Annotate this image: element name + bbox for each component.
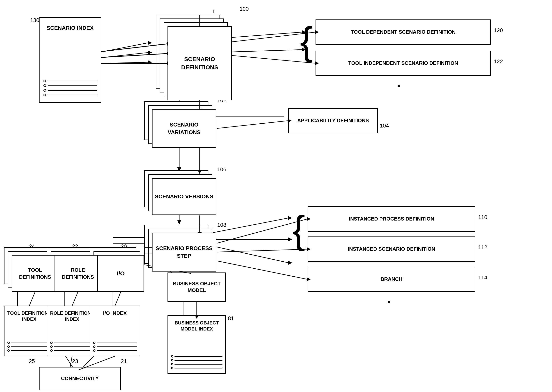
scenario-versions-label: SCENARIO VERSIONS [155,193,213,200]
instanced-scenario-label: INSTANCED SCENARIO DEFINITION [348,246,435,252]
num-21: 21 [121,358,127,364]
svg-line-49 [217,121,288,128]
svg-marker-3 [148,41,152,45]
scenario-definitions-label: SCENARIO DEFINITIONS [168,55,231,71]
svg-marker-4 [148,51,152,55]
branch-label: BRANCH [380,276,403,283]
business-object-model-box: BUSINESS OBJECT MODEL [167,273,226,302]
svg-line-24 [213,246,288,263]
svg-line-61 [217,261,307,279]
svg-marker-5 [148,60,152,64]
scenario-definitions-box: SCENARIO DEFINITIONS [167,26,232,100]
curly-brace-right-2: { [292,210,305,249]
scenario-index-label: SCENARIO INDEX [40,22,101,35]
scenario-versions-box: SCENARIO VERSIONS [152,178,216,215]
io-label: I/O [117,269,125,278]
num-104: 104 [380,123,389,129]
svg-line-2 [103,62,148,63]
connectivity-label: CONNECTIVITY [61,375,99,382]
connectivity-box: CONNECTIVITY [39,367,121,390]
num-23: 23 [72,358,78,364]
tool-independent-label: TOOL INDEPENDENT SCENARIO DEFINITION [348,60,458,67]
scenario-process-step-box: SCENARIO PROCESS STEP [152,233,216,272]
svg-marker-17 [177,220,181,225]
svg-line-65 [29,292,35,306]
io-index-box: I/O INDEX [90,306,140,356]
num-122: 122 [494,58,503,65]
tool-definitions-box: TOOL DEFINITIONS [12,255,58,292]
svg-line-67 [115,292,121,306]
io-box: I/O [97,255,144,292]
io-index-label: I/O INDEX [90,308,140,319]
num-120: 120 [494,27,503,34]
role-definitions-box: ROLE DEFINITIONS [55,255,101,292]
curly-brace-right: { [300,21,313,60]
svg-line-0 [103,43,148,52]
tool-definitions-label: TOOL DEFINITIONS [12,266,58,281]
scenario-process-step-label: SCENARIO PROCESS STEP [152,245,216,260]
scenario-variations-label: SCENARIO VARIATIONS [152,121,216,136]
scenario-index-box: SCENARIO INDEX [39,17,101,103]
num-110: 110 [478,214,487,220]
svg-line-1 [103,53,148,57]
tool-dependent-box: TOOL DEPENDENT SCENARIO DEFINITION [315,20,491,45]
num-108: 108 [217,222,226,228]
tool-dependent-label: TOOL DEPENDENT SCENARIO DEFINITION [351,29,456,35]
num-106: 106 [217,166,226,173]
num-112: 112 [478,244,487,251]
tool-def-index-label: TOOL DEFINITIONS INDEX [5,308,54,324]
dots-1: • [397,82,400,91]
role-definitions-label: ROLE DEFINITIONS [55,266,101,281]
instanced-process-label: INSTANCED PROCESS DEFINITION [349,216,434,222]
svg-marker-27 [288,261,292,265]
role-def-index-label: ROLE DEFINITIONS INDEX [47,308,97,324]
num-130: 130 [30,17,39,23]
applicability-label: APPLICABILITY DEFINITIONS [297,117,369,124]
svg-marker-26 [288,238,292,241]
svg-line-68 [70,356,72,367]
svg-marker-25 [288,216,292,220]
num-100: 100 [240,6,249,12]
business-obj-index-box: BUSINESS OBJECT MODEL INDEX [167,315,226,374]
instanced-process-box: INSTANCED PROCESS DEFINITION [308,206,475,232]
num-114: 114 [478,274,487,281]
business-obj-index-label: BUSINESS OBJECT MODEL INDEX [168,318,225,334]
num-81: 81 [228,315,234,322]
business-object-model-label: BUSINESS OBJECT MODEL [170,280,223,294]
applicability-box: APPLICABILITY DEFINITIONS [288,108,378,133]
num-at-top: ↑ [212,8,215,14]
svg-line-66 [72,292,78,306]
instanced-scenario-box: INSTANCED SCENARIO DEFINITION [308,237,475,262]
tool-independent-box: TOOL INDEPENDENT SCENARIO DEFINITION [315,51,491,76]
scenario-variations-box: SCENARIO VARIATIONS [152,109,216,148]
num-25: 25 [29,358,35,364]
diagram: 100 130 SCENARIO INDEX [0,0,552,392]
branch-box: BRANCH [308,267,475,292]
dots-2: • [387,298,390,307]
